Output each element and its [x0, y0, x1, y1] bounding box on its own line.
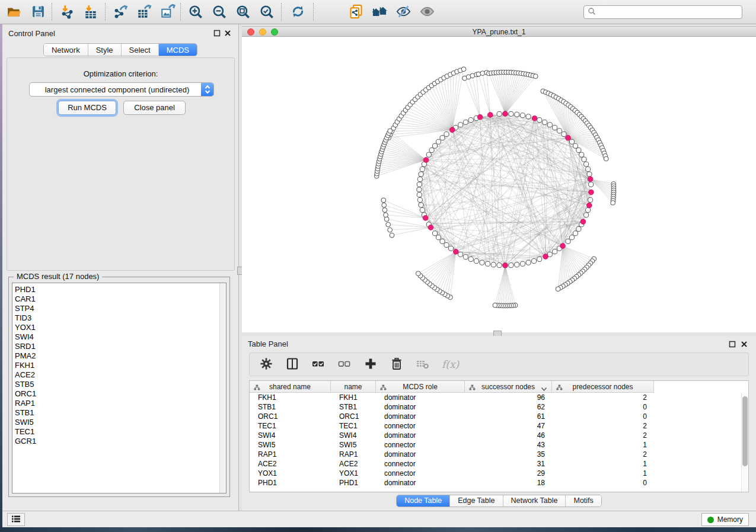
network-node[interactable]	[417, 197, 422, 202]
float-panel-icon[interactable]	[729, 341, 736, 348]
task-history-button[interactable]	[7, 513, 25, 526]
export-image-button[interactable]	[156, 2, 180, 23]
mcds-result-item[interactable]: RAP1	[15, 399, 226, 408]
open-file-button[interactable]	[2, 2, 26, 23]
table-row[interactable]: SWI4SWI4dominator462	[250, 431, 748, 440]
network-node[interactable]	[390, 233, 394, 238]
network-node[interactable]	[420, 166, 425, 171]
table-scrollbar-thumb[interactable]	[742, 396, 748, 466]
dominator-node[interactable]	[487, 113, 493, 118]
tab-select[interactable]: Select	[122, 44, 159, 56]
tab-network-table[interactable]: Network Table	[503, 495, 566, 507]
dominator-node[interactable]	[503, 263, 508, 268]
tab-style[interactable]: Style	[88, 44, 122, 56]
table-row[interactable]: FKH1FKH1dominator962	[250, 393, 748, 402]
mcds-result-item[interactable]: YOX1	[15, 323, 226, 332]
network-node[interactable]	[509, 111, 513, 116]
dominator-node[interactable]	[543, 254, 548, 259]
run-mcds-button[interactable]: Run MCDS	[58, 101, 116, 115]
export-network-button[interactable]	[109, 2, 132, 23]
mcds-result-item[interactable]: SWI4	[15, 332, 226, 342]
show-columns-button[interactable]	[285, 357, 299, 371]
result-scrollbar[interactable]	[219, 283, 226, 493]
deselect-all-button[interactable]	[337, 357, 352, 371]
network-node[interactable]	[547, 123, 552, 127]
search-field[interactable]	[583, 5, 742, 19]
network-node[interactable]	[386, 222, 391, 227]
network-node[interactable]	[436, 235, 441, 240]
dominator-node[interactable]	[453, 249, 458, 254]
network-node[interactable]	[497, 111, 502, 116]
memory-button[interactable]: Memory	[701, 513, 749, 526]
network-node[interactable]	[485, 261, 490, 266]
network-node[interactable]	[579, 152, 584, 157]
zoom-fit-button[interactable]	[231, 2, 255, 23]
network-node[interactable]	[526, 260, 531, 265]
network-node[interactable]	[458, 123, 463, 127]
optimization-criterion-select[interactable]: largest connected component (undirected)	[29, 82, 214, 97]
network-node[interactable]	[531, 259, 536, 264]
mcds-result-item[interactable]: SWI5	[15, 418, 226, 427]
table-row[interactable]: ACE2ACE2connector311	[250, 459, 748, 469]
network-node[interactable]	[493, 303, 497, 307]
zoom-out-button[interactable]	[208, 2, 231, 23]
tab-edge-table[interactable]: Edge Table	[450, 495, 503, 507]
network-node[interactable]	[420, 207, 425, 212]
column-header-predecessor-nodes[interactable]: predecessor nodes	[552, 381, 654, 393]
network-node[interactable]	[384, 213, 388, 217]
network-node[interactable]	[497, 263, 502, 268]
network-node[interactable]	[419, 172, 423, 177]
network-node[interactable]	[426, 152, 431, 157]
dominator-node[interactable]	[449, 127, 455, 133]
dominator-node[interactable]	[580, 219, 586, 225]
network-node[interactable]	[448, 246, 453, 251]
table-settings-button[interactable]	[259, 357, 273, 371]
dominator-node[interactable]	[503, 111, 508, 117]
table-row[interactable]: RAP1RAP1dominator352	[250, 450, 748, 459]
network-node[interactable]	[416, 271, 420, 276]
network-node[interactable]	[553, 125, 557, 130]
mcds-result-item[interactable]: TEC1	[15, 427, 226, 437]
tab-motifs[interactable]: Motifs	[566, 495, 601, 507]
network-node[interactable]	[463, 255, 468, 259]
mcds-result-item[interactable]: ACE2	[15, 370, 226, 380]
network-node[interactable]	[419, 203, 423, 207]
mcds-result-item[interactable]: PHD1	[15, 285, 226, 294]
column-header-MCDS-role[interactable]: MCDS role	[376, 381, 465, 393]
network-node[interactable]	[468, 117, 473, 122]
import-network-button[interactable]	[55, 2, 79, 23]
dominator-node[interactable]	[423, 158, 429, 163]
network-node[interactable]	[584, 162, 589, 166]
float-panel-icon[interactable]	[213, 30, 221, 37]
table-row[interactable]: SWI5SWI5connector431	[250, 440, 748, 450]
network-node[interactable]	[569, 235, 574, 240]
column-header-shared-name[interactable]: shared name	[250, 381, 331, 393]
network-canvas[interactable]	[242, 37, 756, 332]
close-panel-icon[interactable]	[224, 30, 231, 37]
table-row[interactable]: ORC1ORC1dominator610	[250, 412, 748, 421]
network-node[interactable]	[573, 143, 578, 148]
network-node[interactable]	[432, 231, 437, 236]
network-node[interactable]	[604, 156, 608, 161]
network-node[interactable]	[573, 231, 578, 236]
tab-node-table[interactable]: Node Table	[397, 495, 450, 507]
mcds-result-item[interactable]: TID3	[15, 313, 226, 323]
dominator-node[interactable]	[566, 135, 571, 140]
network-node[interactable]	[440, 136, 445, 140]
mcds-result-item[interactable]: CAR1	[15, 294, 226, 304]
network-node[interactable]	[417, 177, 422, 181]
dominator-node[interactable]	[588, 177, 593, 182]
network-node[interactable]	[440, 239, 445, 243]
network-node[interactable]	[533, 74, 538, 79]
network-node[interactable]	[556, 287, 560, 291]
network-node[interactable]	[569, 139, 574, 144]
import-table-button[interactable]	[79, 2, 103, 23]
refresh-button[interactable]	[286, 2, 310, 23]
mcds-result-item[interactable]: ORC1	[15, 389, 226, 399]
network-node[interactable]	[509, 263, 513, 268]
network-node[interactable]	[566, 239, 570, 243]
mcds-result-item[interactable]: GCR1	[15, 437, 226, 446]
network-node[interactable]	[537, 117, 542, 122]
column-header-name[interactable]: name	[331, 381, 376, 393]
mcds-result-item[interactable]: PMA2	[15, 351, 226, 361]
